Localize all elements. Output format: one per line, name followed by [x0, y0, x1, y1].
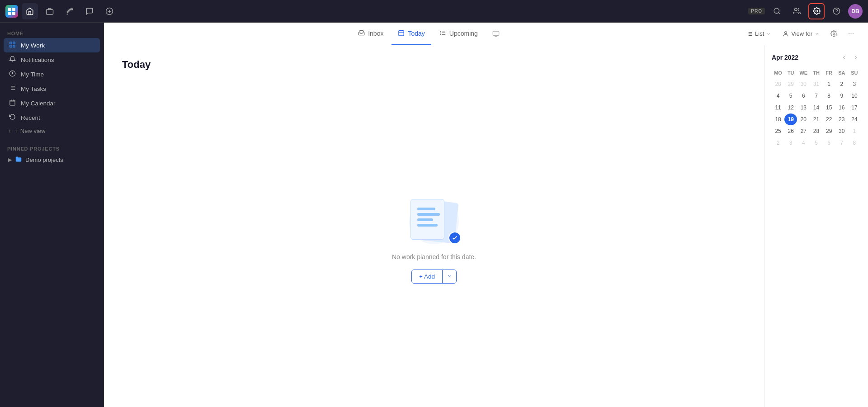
calendar-day-cell[interactable]: 6 [823, 137, 835, 149]
sidebar-item-my-tasks[interactable]: My Tasks [4, 81, 100, 96]
calendar-day-cell[interactable]: 29 [823, 125, 835, 137]
sidebar-item-recent[interactable]: Recent [4, 110, 100, 125]
svg-point-7 [816, 10, 817, 12]
empty-illustration [407, 199, 461, 244]
svg-rect-10 [9, 42, 11, 44]
add-button-group: + Add [411, 270, 457, 284]
my-tasks-label: My Tasks [21, 85, 46, 92]
calendar-prev-button[interactable] [839, 52, 849, 62]
upcoming-icon [439, 29, 446, 38]
nav-left [5, 3, 118, 19]
view-for-button[interactable]: View for [779, 28, 823, 39]
cal-day-header: MO [772, 69, 784, 78]
folder-icon [15, 156, 22, 164]
calendar-day-cell[interactable]: 16 [835, 102, 848, 114]
demo-projects-label: Demo projects [25, 156, 63, 163]
empty-message: No work planned for this date. [392, 253, 476, 260]
add-dropdown-button[interactable] [442, 270, 456, 283]
sidebar-item-my-work[interactable]: My Work [4, 38, 100, 52]
calendar-day-cell[interactable]: 30 [835, 125, 848, 137]
nav-home-button[interactable] [22, 3, 38, 19]
add-button[interactable]: + Add [412, 270, 442, 283]
view-for-label: View for [791, 30, 812, 37]
calendar-day-cell[interactable]: 8 [823, 90, 835, 102]
list-view-button[interactable]: List [743, 28, 774, 39]
calendar-day-cell[interactable]: 11 [772, 102, 784, 114]
calendar-day-cell[interactable]: 1 [848, 125, 861, 137]
people-button[interactable] [788, 3, 805, 19]
calendar-day-cell[interactable]: 23 [835, 114, 848, 125]
tab-today-label: Today [408, 30, 425, 37]
my-calendar-icon [8, 99, 16, 107]
nav-plus-button[interactable] [101, 3, 118, 19]
calendar-day-cell[interactable]: 29 [784, 78, 797, 90]
tab-extra[interactable] [486, 23, 506, 45]
calendar-day-cell[interactable]: 21 [810, 114, 822, 125]
calendar-day-cell[interactable]: 31 [810, 78, 822, 90]
calendar-panel: Apr 2022 MOTUWETHFRSASU 282930311 [764, 45, 868, 407]
calendar-day-cell[interactable]: 1 [823, 78, 835, 90]
calendar-day-cell[interactable]: 5 [784, 90, 797, 102]
calendar-day-cell[interactable]: 15 [823, 102, 835, 114]
sidebar-item-notifications[interactable]: Notifications [4, 52, 100, 67]
search-button[interactable] [769, 3, 785, 19]
calendar-day-cell[interactable]: 14 [810, 102, 822, 114]
calendar-day-cell[interactable]: 7 [835, 137, 848, 149]
calendar-day-cell[interactable]: 20 [797, 114, 810, 125]
sidebar-item-my-time[interactable]: My Time [4, 67, 100, 81]
calendar-day-cell[interactable]: 30 [797, 78, 810, 90]
calendar-day-cell[interactable]: 4 [797, 137, 810, 149]
svg-line-5 [778, 13, 779, 14]
calendar-day-cell[interactable]: 26 [784, 125, 797, 137]
help-button[interactable] [828, 3, 844, 19]
nav-chat-button[interactable] [81, 3, 98, 19]
calendar-day-cell[interactable]: 4 [772, 90, 784, 102]
calendar-day-cell[interactable]: 18 [772, 114, 784, 125]
more-options-button[interactable] [844, 28, 857, 40]
tab-inbox[interactable]: Inbox [352, 23, 390, 45]
calendar-day-cell[interactable]: 2 [835, 78, 848, 90]
calendar-week-row: 28293031123 [772, 78, 861, 90]
calendar-day-cell[interactable]: 22 [823, 114, 835, 125]
calendar-day-cell[interactable]: 3 [784, 137, 797, 149]
tab-today[interactable]: Today [392, 23, 431, 45]
calendar-day-cell[interactable]: 19 [784, 114, 797, 125]
svg-point-45 [852, 33, 853, 34]
calendar-day-cell[interactable]: 7 [810, 90, 822, 102]
calendar-day-cell[interactable]: 5 [810, 137, 822, 149]
calendar-day-cell[interactable]: 28 [810, 125, 822, 137]
calendar-day-cell[interactable]: 8 [848, 137, 861, 149]
calendar-day-cell[interactable]: 27 [797, 125, 810, 137]
calendar-day-cell[interactable]: 6 [797, 90, 810, 102]
settings-button[interactable] [808, 3, 825, 19]
pro-badge: PRO [748, 8, 765, 14]
calendar-day-cell[interactable]: 24 [848, 114, 861, 125]
tab-inbox-label: Inbox [368, 30, 383, 37]
tab-upcoming[interactable]: Upcoming [433, 23, 484, 45]
nav-briefcase-button[interactable] [42, 3, 58, 19]
calendar-day-cell[interactable]: 25 [772, 125, 784, 137]
calendar-day-cell[interactable]: 10 [848, 90, 861, 102]
nav-tools-button[interactable] [61, 3, 78, 19]
avatar[interactable]: DB [848, 4, 863, 19]
my-time-label: My Time [21, 71, 44, 78]
content-settings-button[interactable] [827, 28, 840, 40]
calendar-day-cell[interactable]: 17 [848, 102, 861, 114]
app-logo[interactable] [5, 5, 18, 18]
calendar-day-cell[interactable]: 2 [772, 137, 784, 149]
recent-label: Recent [21, 114, 40, 121]
calendar-day-cell[interactable]: 9 [835, 90, 848, 102]
nav-right: PRO DB [748, 3, 863, 19]
calendar-day-cell[interactable]: 3 [848, 78, 861, 90]
notifications-icon [8, 56, 16, 64]
calendar-day-cell[interactable]: 28 [772, 78, 784, 90]
calendar-day-cell[interactable]: 13 [797, 102, 810, 114]
sidebar-item-my-calendar[interactable]: My Calendar [4, 96, 100, 110]
calendar-day-cell[interactable]: 12 [784, 102, 797, 114]
content-header: Inbox Today Upcoming [104, 23, 868, 45]
calendar-next-button[interactable] [851, 52, 861, 62]
inbox-icon [358, 29, 365, 38]
calendar-week-row: 18192021222324 [772, 114, 861, 125]
add-view-button[interactable]: + + New view [4, 125, 100, 137]
sidebar-item-demo-projects[interactable]: ▶ Demo projects [4, 153, 100, 166]
